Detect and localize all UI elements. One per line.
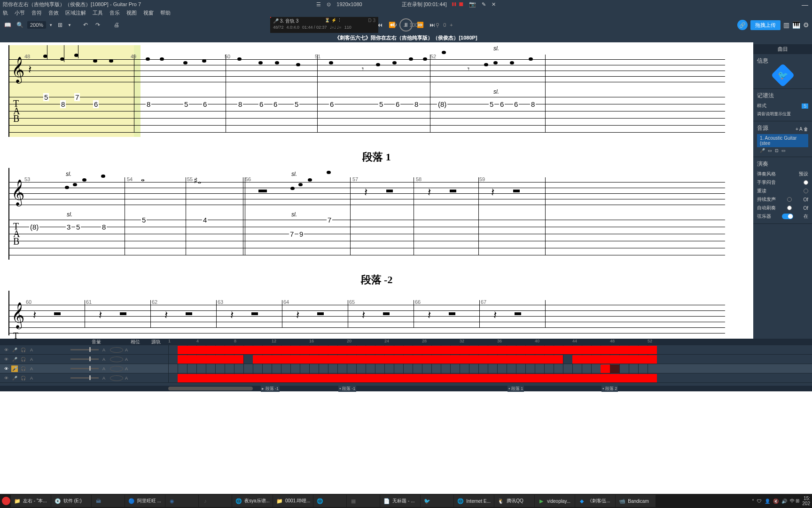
camera-icon[interactable]: 📷: [469, 1, 476, 8]
taskbar-item[interactable]: 📄无标题 - ...: [380, 495, 420, 507]
taskbar-item[interactable]: 🏔: [92, 495, 125, 507]
zoom-dropdown-icon[interactable]: ▼: [49, 23, 53, 27]
palm-mute-toggle[interactable]: [804, 180, 808, 185]
taskbar-item[interactable]: 📁左右 - "本...: [11, 495, 51, 507]
sustain-toggle[interactable]: [787, 197, 792, 202]
close-rec-icon[interactable]: ✕: [492, 1, 496, 8]
scrollbar-thumb[interactable]: [168, 387, 253, 390]
pencil-icon[interactable]: ✎: [482, 1, 486, 8]
taskbar-item[interactable]: 🌐夜sya乐谱...: [232, 495, 273, 507]
mute-icon[interactable]: 🎤: [11, 356, 18, 363]
solo-icon[interactable]: 🎧: [20, 356, 26, 363]
pan-dial[interactable]: [110, 366, 123, 372]
taskbar-item[interactable]: ◉: [165, 495, 198, 507]
pan-dial[interactable]: [110, 375, 123, 381]
score-area[interactable]: 𝄞 48 49 50 51 52 sl. 𝄽 𝄾: [0, 42, 753, 339]
solo-icon[interactable]: 🎧: [20, 375, 26, 381]
menu-help[interactable]: 帮助: [160, 9, 171, 16]
pan-dial[interactable]: [110, 347, 123, 353]
timeline-blocks[interactable]: [168, 345, 812, 383]
taskbar-item[interactable]: 📁0001.哔哩...: [273, 495, 313, 507]
track-region[interactable]: [601, 365, 610, 373]
auto-icon[interactable]: A: [101, 347, 107, 353]
menu-music[interactable]: 音乐: [109, 9, 120, 16]
mute-icon[interactable]: 🎤: [11, 375, 18, 381]
delete-icon[interactable]: 🗑: [804, 127, 808, 132]
menu-icon[interactable]: ☰: [316, 1, 321, 8]
print-icon[interactable]: 🖨: [112, 20, 121, 30]
clock-time[interactable]: 15:: [802, 496, 810, 501]
solo-icon[interactable]: 🎧: [20, 347, 26, 353]
taskbar-item[interactable]: 📹Bandicam: [616, 495, 656, 507]
eye-icon[interactable]: 👁: [3, 347, 9, 353]
track-tools[interactable]: ⏳ ⚡ ⋮: [325, 18, 342, 24]
section-marker[interactable]: ▸ 段落 -1: [261, 386, 280, 392]
auto-icon[interactable]: A: [28, 347, 35, 353]
taskbar-item[interactable]: 💿软件 (E:): [51, 495, 91, 507]
target-icon[interactable]: ⊙: [327, 1, 331, 8]
menu-view[interactable]: 视图: [126, 9, 137, 16]
section-marker[interactable]: ▪ 段落 -1: [338, 386, 356, 392]
grid-icon[interactable]: ⊞: [55, 20, 65, 30]
track-region[interactable]: [178, 355, 243, 364]
track-item[interactable]: 1. Acoustic Guitar (stee: [757, 134, 808, 147]
mute-icon[interactable]: 🎤: [11, 347, 18, 353]
repeat-toggle[interactable]: [804, 189, 808, 193]
loop-icon[interactable]: ↻: [390, 20, 399, 30]
piano-icon[interactable]: 🎹: [792, 21, 800, 29]
timeline-scrollbar[interactable]: ▸ 段落 -1 ▪ 段落 -1 ▪ 段落 1 ▪ 段落 2: [0, 386, 812, 391]
tuning-fork-icon[interactable]: ⚲: [436, 22, 439, 28]
taskbar-item[interactable]: 🐧腾讯QQ: [494, 495, 534, 507]
menu-note[interactable]: 音符: [31, 9, 42, 16]
grid-dropdown-icon[interactable]: ▼: [68, 23, 71, 27]
auto-icon[interactable]: A: [123, 347, 130, 353]
solo-icon[interactable]: 🎧: [20, 365, 26, 372]
style-value[interactable]: 5: [802, 103, 808, 109]
settings-icon[interactable]: ⚙: [803, 21, 809, 29]
note-value-icon[interactable]: ♩: [403, 22, 406, 28]
tray-icon[interactable]: 👤: [765, 499, 770, 504]
taskbar-item[interactable]: ▦: [347, 495, 380, 507]
eye-icon[interactable]: 👁: [3, 365, 9, 372]
pan-dial[interactable]: [110, 357, 123, 362]
plus-icon[interactable]: +: [450, 22, 453, 28]
upload-button[interactable]: 拖拽上传: [750, 20, 781, 30]
track-region[interactable]: [178, 346, 657, 354]
pause-icon[interactable]: [453, 2, 454, 6]
menu-tools[interactable]: 工具: [93, 9, 103, 16]
stop-icon[interactable]: [460, 2, 463, 6]
menu-bar[interactable]: 小节: [15, 9, 25, 16]
timeline-ruler[interactable]: 音量 相位 源轨 1 4 8 12 16 20 24 28 32 36 40 4…: [0, 339, 812, 345]
track-ctrl-icon[interactable]: ▭: [781, 148, 786, 153]
menu-region[interactable]: 区域注解: [65, 9, 86, 16]
auto-icon[interactable]: A: [28, 365, 35, 372]
side-tab-song[interactable]: 曲目: [753, 44, 812, 54]
strings-toggle[interactable]: [782, 214, 793, 219]
auto-icon[interactable]: A: [28, 375, 35, 381]
track-region-muted[interactable]: [610, 365, 619, 373]
minimize-icon[interactable]: —: [802, 1, 808, 8]
zoom-level[interactable]: 200%: [27, 21, 46, 29]
link-icon[interactable]: 🔗: [737, 20, 748, 30]
taskbar-item[interactable]: ◆《刺客伍...: [575, 495, 615, 507]
tray-expand-icon[interactable]: ˄: [752, 499, 754, 504]
undo-icon[interactable]: ↶: [81, 20, 90, 30]
auto-icon[interactable]: A: [123, 375, 130, 381]
preset-value[interactable]: 预设: [799, 171, 808, 177]
tray-icon[interactable]: 🔊: [781, 499, 787, 504]
taskbar-item[interactable]: ▶videoplay...: [535, 495, 575, 507]
text-icon[interactable]: A: [799, 127, 802, 132]
taskbar-item[interactable]: 🌐: [313, 495, 346, 507]
volume-slider[interactable]: [70, 377, 99, 379]
start-button[interactable]: [2, 497, 10, 505]
system-tray[interactable]: ˄ 🛡 👤 🔇 🔊 中 ⊞ 15: 202: [752, 496, 810, 506]
redo-icon[interactable]: ↷: [93, 20, 102, 30]
ime-indicator[interactable]: 中 ⊞: [790, 498, 800, 504]
menu-effect[interactable]: 音效: [48, 9, 59, 16]
auto-icon[interactable]: A: [123, 356, 130, 363]
track-ctrl-icon[interactable]: ▭: [768, 148, 772, 153]
auto-icon[interactable]: A: [101, 365, 107, 372]
tray-icon[interactable]: 🛡: [757, 499, 762, 504]
add-icon[interactable]: +: [796, 127, 798, 132]
taskbar-item[interactable]: 🐦: [421, 495, 453, 507]
